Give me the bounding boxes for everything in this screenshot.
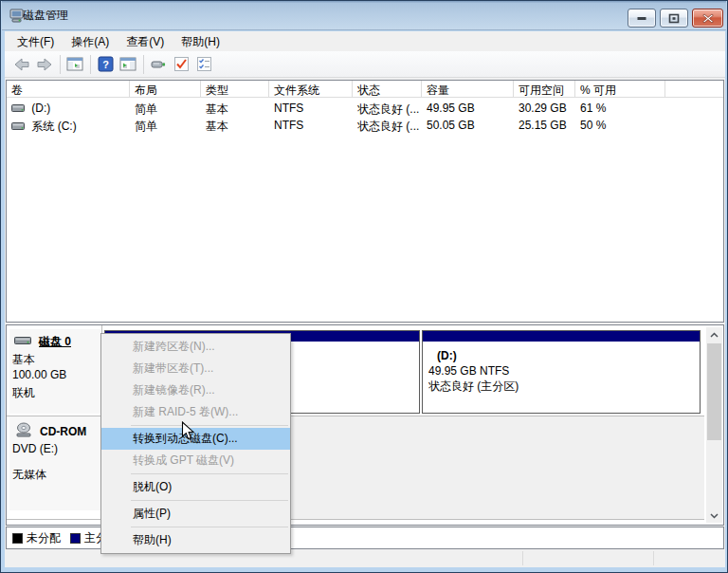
minimize-button[interactable] — [628, 9, 656, 28]
disk0-status: 联机 — [12, 385, 35, 401]
context-menu: 新建跨区卷(N)... 新建带区卷(T)... 新建镜像卷(R)... 新建 R… — [100, 333, 291, 554]
col-volume[interactable]: 卷 — [7, 81, 130, 98]
app-icon — [9, 9, 25, 23]
volume-layout: 简单 — [130, 119, 201, 135]
volume-capacity: 50.05 GB — [422, 119, 514, 132]
col-capacity[interactable]: 容量 — [422, 81, 514, 98]
col-layout[interactable]: 布局 — [130, 81, 201, 98]
col-filesystem[interactable]: 文件系统 — [269, 81, 353, 98]
mouse-cursor-icon — [181, 421, 195, 441]
disk-device-icon[interactable] — [149, 55, 168, 74]
volume-list: 卷 布局 类型 文件系统 状态 容量 可用空间 % 可用 (D:) 简单 基本 … — [6, 80, 724, 323]
col-free-space[interactable]: 可用空间 — [514, 81, 575, 98]
forward-icon[interactable] — [35, 55, 54, 74]
status-separator — [653, 551, 654, 565]
vertical-scrollbar[interactable] — [706, 327, 722, 523]
volume-status: 状态良好 (... — [353, 102, 422, 118]
partition-d-title: (D:) — [428, 348, 694, 363]
checkmark-icon[interactable] — [172, 55, 191, 74]
menu-separator — [131, 473, 288, 474]
close-button[interactable] — [692, 9, 723, 28]
menu-item-convert-to-gpt-disk[interactable]: 转换成 GPT 磁盘(V) — [101, 450, 290, 471]
menu-item-offline[interactable]: 脱机(O) — [101, 476, 290, 498]
volume-pct: 61 % — [575, 102, 665, 115]
volume-capacity: 49.95 GB — [422, 102, 514, 115]
volume-name: 系统 (C:) — [31, 120, 76, 133]
maximize-icon — [668, 13, 680, 24]
volume-layout: 简单 — [130, 102, 201, 118]
primary-swatch — [70, 533, 81, 544]
window-title: 磁盘管理 — [23, 8, 68, 24]
partition-bar — [423, 331, 700, 342]
menu-item-new-striped-volume[interactable]: 新建带区卷(T)... — [101, 358, 290, 379]
back-icon[interactable] — [12, 55, 31, 74]
svg-text:?: ? — [102, 59, 109, 70]
cdrom-icon — [15, 422, 34, 437]
menu-item-help[interactable]: 帮助(H) — [101, 529, 290, 551]
menu-item-new-raid5-volume[interactable]: 新建 RAID-5 卷(W)... — [101, 401, 290, 423]
menu-separator — [131, 527, 288, 527]
volume-fs: NTFS — [269, 102, 353, 115]
checklist-icon[interactable] — [194, 55, 213, 74]
action-pane-icon[interactable] — [118, 55, 137, 74]
console-tree-icon[interactable] — [65, 55, 84, 74]
scroll-down-button[interactable] — [706, 508, 722, 523]
legend-unallocated: 未分配 — [12, 530, 61, 546]
menu-file[interactable]: 文件(F) — [9, 32, 63, 52]
disk0-type: 基本 — [12, 352, 35, 368]
cdrom-drive: DVD (E:) — [12, 442, 58, 455]
menu-item-convert-to-dynamic-disk[interactable]: 转换到动态磁盘(C)... — [101, 428, 290, 450]
volume-pct: 50 % — [575, 119, 665, 132]
volume-status: 状态良好 (... — [353, 119, 422, 135]
help-icon[interactable]: ? — [96, 55, 115, 74]
maximize-button[interactable] — [660, 9, 688, 28]
cdrom-media: 无媒体 — [12, 467, 46, 483]
toolbar-separator — [60, 55, 61, 74]
volume-name: (D:) — [31, 102, 50, 115]
col-type[interactable]: 类型 — [201, 81, 269, 98]
menu-action[interactable]: 操作(A) — [63, 32, 118, 52]
chevron-up-icon — [710, 332, 719, 338]
volume-type: 基本 — [201, 119, 269, 135]
disk-icon — [14, 336, 35, 346]
disk0-header[interactable]: 磁盘 0 基本 100.00 GB 联机 — [9, 329, 100, 414]
table-row-c[interactable]: 系统 (C:) 简单 基本 NTFS 状态良好 (... 50.05 GB 25… — [7, 118, 723, 134]
volume-type: 基本 — [201, 102, 269, 118]
chevron-down-icon — [710, 513, 719, 519]
scroll-up-button[interactable] — [706, 327, 722, 342]
minimize-icon — [636, 13, 647, 23]
volume-free: 30.29 GB — [514, 102, 575, 115]
menu-item-new-spanned-volume[interactable]: 新建跨区卷(N)... — [101, 336, 290, 358]
col-pct-free[interactable]: % 可用 — [575, 81, 665, 98]
menu-item-new-mirrored-volume[interactable]: 新建镜像卷(R)... — [101, 379, 290, 401]
partition-d-status: 状态良好 (主分区) — [428, 379, 694, 394]
titlebar[interactable]: 磁盘管理 — [2, 1, 726, 30]
volume-icon — [11, 103, 25, 113]
scrollbar-thumb[interactable] — [707, 343, 721, 440]
disk-management-window: 磁盘管理 文件(F) 操作(A) 查看(V) 帮助(H) — [0, 0, 728, 573]
volume-fs: NTFS — [269, 119, 353, 132]
disk0-size: 100.00 GB — [12, 368, 66, 381]
menu-view[interactable]: 查看(V) — [118, 32, 173, 52]
col-spacer — [665, 81, 723, 98]
menubar: 文件(F) 操作(A) 查看(V) 帮助(H) — [5, 32, 725, 51]
menu-separator — [131, 425, 288, 426]
unallocated-swatch — [12, 533, 23, 544]
menu-help[interactable]: 帮助(H) — [173, 32, 228, 52]
col-status[interactable]: 状态 — [353, 81, 422, 98]
volume-free: 25.15 GB — [514, 119, 575, 132]
volume-table-header: 卷 布局 类型 文件系统 状态 容量 可用空间 % 可用 — [7, 81, 723, 98]
toolbar-separator — [143, 55, 144, 74]
volume-icon — [11, 121, 25, 131]
partition-d-size: 49.95 GB NTFS — [428, 363, 694, 379]
menu-separator — [131, 500, 288, 501]
table-row-d[interactable]: (D:) 简单 基本 NTFS 状态良好 (... 49.95 GB 30.29… — [7, 101, 723, 117]
menu-item-properties[interactable]: 属性(P) — [101, 503, 290, 525]
close-icon — [702, 13, 714, 24]
status-separator — [522, 551, 523, 565]
toolbar: ? — [5, 51, 725, 78]
cdrom-header[interactable]: CD-ROM DVD (E:) 无媒体 — [9, 416, 100, 510]
unallocated-label: 未分配 — [27, 530, 61, 546]
partition-d[interactable]: (D:) 49.95 GB NTFS 状态良好 (主分区) — [422, 330, 701, 414]
disk0-name: 磁盘 0 — [39, 334, 71, 350]
